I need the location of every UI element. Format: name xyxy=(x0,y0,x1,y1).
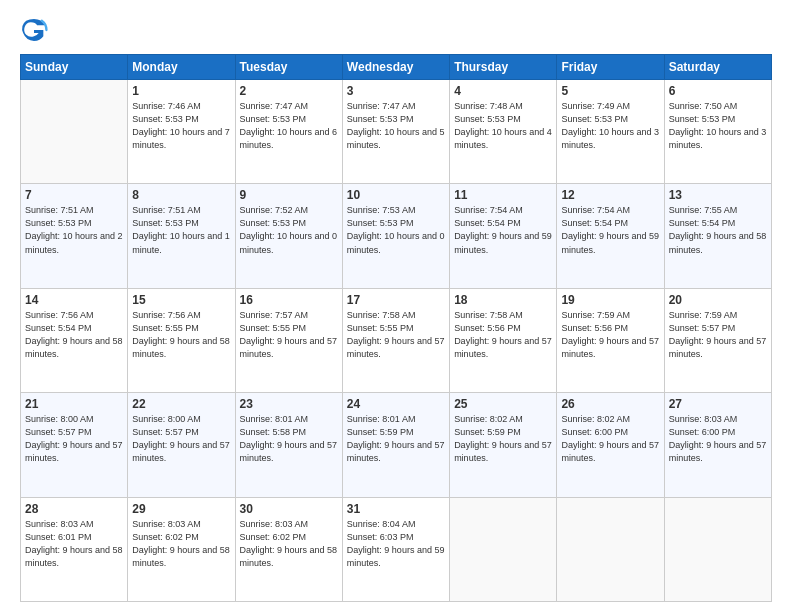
day-cell: 21Sunrise: 8:00 AMSunset: 5:57 PMDayligh… xyxy=(21,393,128,497)
day-cell: 30Sunrise: 8:03 AMSunset: 6:02 PMDayligh… xyxy=(235,497,342,601)
day-header-tuesday: Tuesday xyxy=(235,55,342,80)
day-number: 22 xyxy=(132,397,230,411)
day-cell: 17Sunrise: 7:58 AMSunset: 5:55 PMDayligh… xyxy=(342,288,449,392)
day-number: 19 xyxy=(561,293,659,307)
day-info: Sunrise: 8:02 AMSunset: 5:59 PMDaylight:… xyxy=(454,413,552,465)
day-info: Sunrise: 8:01 AMSunset: 5:59 PMDaylight:… xyxy=(347,413,445,465)
day-info: Sunrise: 7:47 AMSunset: 5:53 PMDaylight:… xyxy=(347,100,445,152)
day-cell: 26Sunrise: 8:02 AMSunset: 6:00 PMDayligh… xyxy=(557,393,664,497)
day-number: 9 xyxy=(240,188,338,202)
day-info: Sunrise: 8:02 AMSunset: 6:00 PMDaylight:… xyxy=(561,413,659,465)
day-info: Sunrise: 7:59 AMSunset: 5:56 PMDaylight:… xyxy=(561,309,659,361)
day-cell: 5Sunrise: 7:49 AMSunset: 5:53 PMDaylight… xyxy=(557,80,664,184)
day-header-sunday: Sunday xyxy=(21,55,128,80)
day-cell: 1Sunrise: 7:46 AMSunset: 5:53 PMDaylight… xyxy=(128,80,235,184)
week-row-4: 21Sunrise: 8:00 AMSunset: 5:57 PMDayligh… xyxy=(21,393,772,497)
day-cell: 28Sunrise: 8:03 AMSunset: 6:01 PMDayligh… xyxy=(21,497,128,601)
day-info: Sunrise: 8:03 AMSunset: 6:00 PMDaylight:… xyxy=(669,413,767,465)
day-cell: 6Sunrise: 7:50 AMSunset: 5:53 PMDaylight… xyxy=(664,80,771,184)
day-info: Sunrise: 7:53 AMSunset: 5:53 PMDaylight:… xyxy=(347,204,445,256)
day-number: 16 xyxy=(240,293,338,307)
day-info: Sunrise: 7:55 AMSunset: 5:54 PMDaylight:… xyxy=(669,204,767,256)
week-row-2: 7Sunrise: 7:51 AMSunset: 5:53 PMDaylight… xyxy=(21,184,772,288)
days-header-row: SundayMondayTuesdayWednesdayThursdayFrid… xyxy=(21,55,772,80)
day-cell: 24Sunrise: 8:01 AMSunset: 5:59 PMDayligh… xyxy=(342,393,449,497)
day-number: 27 xyxy=(669,397,767,411)
logo-icon xyxy=(20,16,48,44)
day-number: 25 xyxy=(454,397,552,411)
day-cell: 9Sunrise: 7:52 AMSunset: 5:53 PMDaylight… xyxy=(235,184,342,288)
day-cell: 18Sunrise: 7:58 AMSunset: 5:56 PMDayligh… xyxy=(450,288,557,392)
week-row-3: 14Sunrise: 7:56 AMSunset: 5:54 PMDayligh… xyxy=(21,288,772,392)
day-number: 12 xyxy=(561,188,659,202)
day-number: 20 xyxy=(669,293,767,307)
day-number: 21 xyxy=(25,397,123,411)
day-number: 3 xyxy=(347,84,445,98)
day-cell: 4Sunrise: 7:48 AMSunset: 5:53 PMDaylight… xyxy=(450,80,557,184)
day-number: 10 xyxy=(347,188,445,202)
day-info: Sunrise: 7:58 AMSunset: 5:55 PMDaylight:… xyxy=(347,309,445,361)
day-header-wednesday: Wednesday xyxy=(342,55,449,80)
day-number: 11 xyxy=(454,188,552,202)
day-info: Sunrise: 7:52 AMSunset: 5:53 PMDaylight:… xyxy=(240,204,338,256)
day-number: 18 xyxy=(454,293,552,307)
day-cell: 23Sunrise: 8:01 AMSunset: 5:58 PMDayligh… xyxy=(235,393,342,497)
day-header-thursday: Thursday xyxy=(450,55,557,80)
page: SundayMondayTuesdayWednesdayThursdayFrid… xyxy=(0,0,792,612)
day-cell xyxy=(450,497,557,601)
day-header-friday: Friday xyxy=(557,55,664,80)
day-info: Sunrise: 8:00 AMSunset: 5:57 PMDaylight:… xyxy=(132,413,230,465)
day-info: Sunrise: 8:00 AMSunset: 5:57 PMDaylight:… xyxy=(25,413,123,465)
day-cell: 12Sunrise: 7:54 AMSunset: 5:54 PMDayligh… xyxy=(557,184,664,288)
day-number: 5 xyxy=(561,84,659,98)
header xyxy=(20,16,772,44)
day-number: 26 xyxy=(561,397,659,411)
day-cell: 7Sunrise: 7:51 AMSunset: 5:53 PMDaylight… xyxy=(21,184,128,288)
day-number: 17 xyxy=(347,293,445,307)
day-header-monday: Monday xyxy=(128,55,235,80)
calendar-table: SundayMondayTuesdayWednesdayThursdayFrid… xyxy=(20,54,772,602)
day-info: Sunrise: 7:47 AMSunset: 5:53 PMDaylight:… xyxy=(240,100,338,152)
day-number: 24 xyxy=(347,397,445,411)
day-info: Sunrise: 8:01 AMSunset: 5:58 PMDaylight:… xyxy=(240,413,338,465)
day-cell: 29Sunrise: 8:03 AMSunset: 6:02 PMDayligh… xyxy=(128,497,235,601)
day-info: Sunrise: 7:59 AMSunset: 5:57 PMDaylight:… xyxy=(669,309,767,361)
day-cell: 3Sunrise: 7:47 AMSunset: 5:53 PMDaylight… xyxy=(342,80,449,184)
day-cell: 2Sunrise: 7:47 AMSunset: 5:53 PMDaylight… xyxy=(235,80,342,184)
day-info: Sunrise: 7:54 AMSunset: 5:54 PMDaylight:… xyxy=(561,204,659,256)
day-cell: 27Sunrise: 8:03 AMSunset: 6:00 PMDayligh… xyxy=(664,393,771,497)
day-cell: 15Sunrise: 7:56 AMSunset: 5:55 PMDayligh… xyxy=(128,288,235,392)
day-number: 31 xyxy=(347,502,445,516)
day-cell: 25Sunrise: 8:02 AMSunset: 5:59 PMDayligh… xyxy=(450,393,557,497)
week-row-1: 1Sunrise: 7:46 AMSunset: 5:53 PMDaylight… xyxy=(21,80,772,184)
day-info: Sunrise: 8:03 AMSunset: 6:02 PMDaylight:… xyxy=(132,518,230,570)
day-number: 13 xyxy=(669,188,767,202)
day-cell: 8Sunrise: 7:51 AMSunset: 5:53 PMDaylight… xyxy=(128,184,235,288)
day-cell xyxy=(21,80,128,184)
day-number: 8 xyxy=(132,188,230,202)
day-cell xyxy=(557,497,664,601)
day-info: Sunrise: 7:48 AMSunset: 5:53 PMDaylight:… xyxy=(454,100,552,152)
day-info: Sunrise: 8:03 AMSunset: 6:02 PMDaylight:… xyxy=(240,518,338,570)
day-cell: 31Sunrise: 8:04 AMSunset: 6:03 PMDayligh… xyxy=(342,497,449,601)
day-cell: 13Sunrise: 7:55 AMSunset: 5:54 PMDayligh… xyxy=(664,184,771,288)
day-info: Sunrise: 7:56 AMSunset: 5:55 PMDaylight:… xyxy=(132,309,230,361)
day-info: Sunrise: 7:50 AMSunset: 5:53 PMDaylight:… xyxy=(669,100,767,152)
day-number: 4 xyxy=(454,84,552,98)
day-number: 7 xyxy=(25,188,123,202)
day-number: 29 xyxy=(132,502,230,516)
day-cell xyxy=(664,497,771,601)
day-cell: 16Sunrise: 7:57 AMSunset: 5:55 PMDayligh… xyxy=(235,288,342,392)
day-number: 23 xyxy=(240,397,338,411)
day-info: Sunrise: 7:51 AMSunset: 5:53 PMDaylight:… xyxy=(25,204,123,256)
day-info: Sunrise: 8:03 AMSunset: 6:01 PMDaylight:… xyxy=(25,518,123,570)
day-info: Sunrise: 7:58 AMSunset: 5:56 PMDaylight:… xyxy=(454,309,552,361)
day-cell: 22Sunrise: 8:00 AMSunset: 5:57 PMDayligh… xyxy=(128,393,235,497)
day-info: Sunrise: 7:46 AMSunset: 5:53 PMDaylight:… xyxy=(132,100,230,152)
day-info: Sunrise: 7:56 AMSunset: 5:54 PMDaylight:… xyxy=(25,309,123,361)
day-cell: 11Sunrise: 7:54 AMSunset: 5:54 PMDayligh… xyxy=(450,184,557,288)
day-info: Sunrise: 7:54 AMSunset: 5:54 PMDaylight:… xyxy=(454,204,552,256)
day-info: Sunrise: 7:57 AMSunset: 5:55 PMDaylight:… xyxy=(240,309,338,361)
day-number: 6 xyxy=(669,84,767,98)
day-number: 28 xyxy=(25,502,123,516)
